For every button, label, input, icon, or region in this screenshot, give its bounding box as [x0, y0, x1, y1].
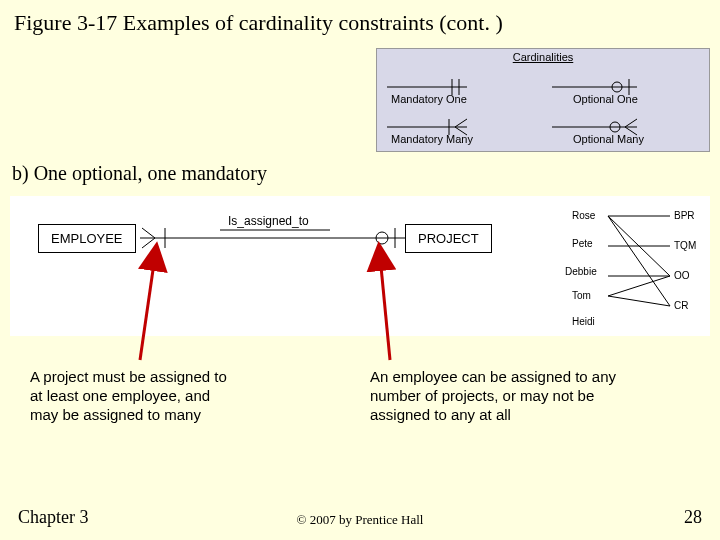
legend-item: Mandatory One	[391, 93, 467, 105]
caption-left: A project must be assigned to at least o…	[30, 368, 240, 424]
instance-project: CR	[674, 300, 688, 311]
instance-project: BPR	[674, 210, 695, 221]
instance-employee: Debbie	[565, 266, 597, 277]
svg-line-12	[625, 119, 637, 127]
instance-project: TQM	[674, 240, 696, 251]
svg-line-8	[455, 119, 467, 127]
cardinality-legend: Cardinalities Mandatory One Optional One…	[376, 48, 710, 152]
er-diagram: EMPLOYEE PROJECT Is_assigned_to Rose Pet…	[10, 196, 710, 336]
relationship-label: Is_assigned_to	[228, 214, 309, 228]
diagram-svg	[10, 196, 710, 336]
footer-copyright: © 2007 by Prentice Hall	[297, 512, 424, 528]
legend-item: Mandatory Many	[391, 133, 473, 145]
footer-chapter: Chapter 3	[18, 507, 88, 528]
legend-item: Optional Many	[573, 133, 644, 145]
instance-employee: Tom	[572, 290, 591, 301]
svg-line-17	[142, 238, 155, 248]
footer-page: 28	[684, 507, 702, 528]
figure-title: Figure 3-17 Examples of cardinality cons…	[14, 10, 503, 36]
entity-employee: EMPLOYEE	[38, 224, 136, 253]
instance-employee: Heidi	[572, 316, 595, 327]
legend-item: Optional One	[573, 93, 638, 105]
caption-right: An employee can be assigned to any numbe…	[370, 368, 620, 424]
subtitle: b) One optional, one mandatory	[12, 162, 267, 185]
instance-project: OO	[674, 270, 690, 281]
svg-line-27	[608, 296, 670, 306]
entity-project: PROJECT	[405, 224, 492, 253]
svg-line-16	[142, 228, 155, 238]
instance-employee: Rose	[572, 210, 595, 221]
instance-employee: Pete	[572, 238, 593, 249]
